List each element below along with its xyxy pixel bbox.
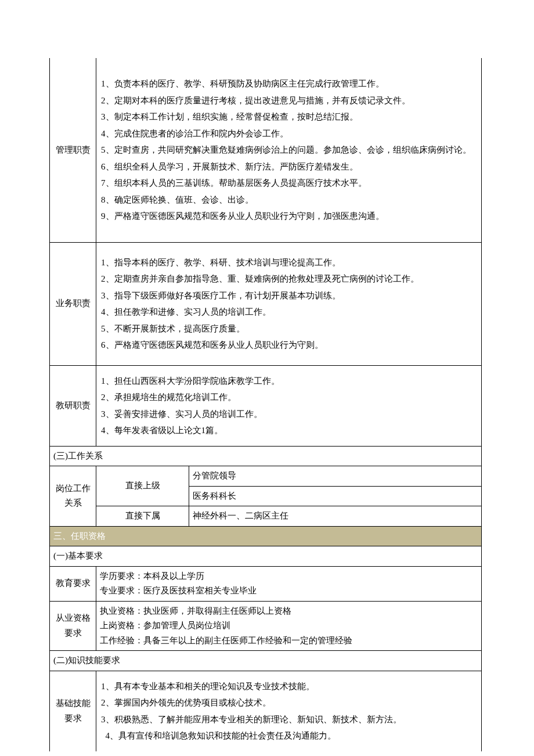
header-skill-req: (二)知识技能要求 bbox=[50, 651, 482, 671]
row-base-skill: 基础技能要求 1、具有本专业基本和相关的理论知识及专业技术技能。 2、掌握国内外… bbox=[50, 671, 482, 751]
label-edu-req: 教育要求 bbox=[50, 566, 96, 601]
mgmt-item: 6、组织全科人员学习，开展新技术、新疗法。严防医疗差错发生。 bbox=[101, 159, 477, 175]
label-biz-duties: 业务职责 bbox=[50, 242, 96, 365]
row-qual-req: 从业资格要求 执业资格：执业医师，并取得副主任医师以上资格 上岗资格：参加管理人… bbox=[50, 601, 482, 651]
biz-item: 3、指导下级医师做好各项医疗工作，有计划开展基本功训练。 bbox=[101, 287, 477, 304]
row-biz-duties: 业务职责 1、指导本科的医疗、教学、科研、技术培训与理论提高工作。 2、定期查房… bbox=[50, 242, 482, 365]
content-teach-duties: 1、担任山西医科大学汾阳学院临床教学工作。 2、承担规培生的规范化培训工作。 3… bbox=[96, 365, 482, 446]
teach-item: 4、每年发表省级以上论文1篇。 bbox=[101, 422, 477, 439]
label-qual-req: 从业资格要求 bbox=[50, 601, 96, 651]
label-direct-superior: 直接上级 bbox=[96, 466, 189, 506]
mgmt-item: 9、严格遵守医德医风规范和医务从业人员职业行为守则，加强医患沟通。 bbox=[101, 208, 477, 225]
value-subordinate: 神经外科一、二病区主任 bbox=[189, 506, 482, 527]
biz-item: 1、指导本科的医疗、教学、科研、技术培训与理论提高工作。 bbox=[101, 254, 477, 271]
label-work-rel: 岗位工作关系 bbox=[50, 466, 96, 527]
value-superior-1: 分管院领导 bbox=[189, 466, 482, 487]
row-mgmt-duties: 管理职责 1、负责本科的医疗、教学、科研预防及协助病区主任完成行政管理工作。 2… bbox=[50, 58, 482, 242]
mgmt-item: 8、确定医师轮换、值班、会诊、出诊。 bbox=[101, 192, 477, 208]
row-skill-header: (二)知识技能要求 bbox=[50, 651, 482, 671]
mgmt-item: 7、组织本科人员的三基训练。帮助基层医务人员提高医疗技术水平。 bbox=[101, 175, 477, 192]
label-teach-duties: 教研职责 bbox=[50, 365, 96, 446]
biz-item: 4、担任教学和进修、实习人员的培训工作。 bbox=[101, 304, 477, 321]
row-work-rel-sup1: 岗位工作关系 直接上级 分管院领导 bbox=[50, 466, 482, 487]
skill-item: 2、掌握国内外领先的优势项目或核心技术。 bbox=[101, 694, 477, 711]
value-superior-2: 医务科科长 bbox=[189, 486, 482, 506]
content-base-skill: 1、具有本专业基本和相关的理论知识及专业技术技能。 2、掌握国内外领先的优势项目… bbox=[96, 671, 482, 751]
teach-item: 2、承担规培生的规范化培训工作。 bbox=[101, 389, 477, 406]
skill-item: 4、具有宣传和培训急救知识和技能的社会责任及沟通能力。 bbox=[101, 728, 477, 744]
label-mgmt-duties: 管理职责 bbox=[50, 58, 96, 242]
biz-item: 5、不断开展新技术，提高医疗质量。 bbox=[101, 321, 477, 337]
label-direct-subordinate: 直接下属 bbox=[96, 506, 189, 527]
mgmt-item: 5、定时查房，共同研究解决重危疑难病例诊治上的问题。参加急诊、会诊，组织临床病例… bbox=[101, 142, 477, 159]
teach-item: 3、妥善安排进修、实习人员的培训工作。 bbox=[101, 406, 477, 423]
row-edu-req: 教育要求 学历要求：本科及以上学历 专业要求：医疗及医技科室相关专业毕业 bbox=[50, 566, 482, 601]
header-basic-req: (一)基本要求 bbox=[50, 546, 482, 567]
row-teach-duties: 教研职责 1、担任山西医科大学汾阳学院临床教学工作。 2、承担规培生的规范化培训… bbox=[50, 365, 482, 446]
row-work-rel-sub: 直接下属 神经外科一、二病区主任 bbox=[50, 506, 482, 527]
edu-line: 学历要求：本科及以上学历 bbox=[100, 569, 478, 584]
qual-line: 执业资格：执业医师，并取得副主任医师以上资格 bbox=[100, 604, 478, 619]
qual-line: 上岗资格：参加管理人员岗位培训 bbox=[100, 618, 478, 633]
row-basic-header: (一)基本要求 bbox=[50, 546, 482, 567]
mgmt-item: 1、负责本科的医疗、教学、科研预防及协助病区主任完成行政管理工作。 bbox=[101, 75, 477, 92]
skill-item: 3、积极熟悉、了解并能应用本专业相关的新理论、新知识、新技术、新方法。 bbox=[101, 711, 477, 728]
mgmt-item: 2、定期对本科的医疗质量进行考核，提出改进意见与措施，并有反馈记录文件。 bbox=[101, 92, 477, 109]
row-section3-header: 三、任职资格 bbox=[50, 526, 482, 546]
skill-item: 1、具有本专业基本和相关的理论知识及专业技术技能。 bbox=[101, 678, 477, 695]
content-edu-req: 学历要求：本科及以上学历 专业要求：医疗及医技科室相关专业毕业 bbox=[96, 566, 482, 601]
content-mgmt-duties: 1、负责本科的医疗、教学、科研预防及协助病区主任完成行政管理工作。 2、定期对本… bbox=[96, 58, 482, 242]
mgmt-item: 3、制定本科工作计划，组织实施，经常督促检查，按时总结汇报。 bbox=[101, 109, 477, 125]
content-biz-duties: 1、指导本科的医疗、教学、科研、技术培训与理论提高工作。 2、定期查房并亲自参加… bbox=[96, 242, 482, 365]
teach-item: 1、担任山西医科大学汾阳学院临床教学工作。 bbox=[101, 373, 477, 390]
content-qual-req: 执业资格：执业医师，并取得副主任医师以上资格 上岗资格：参加管理人员岗位培训 工… bbox=[96, 601, 482, 651]
biz-item: 2、定期查房并亲自参加指导急、重、疑难病例的抢救处理及死亡病例的讨论工作。 bbox=[101, 271, 477, 287]
label-base-skill: 基础技能要求 bbox=[50, 671, 96, 751]
biz-item: 6、严格遵守医德医风规范和医务从业人员职业行为守则。 bbox=[101, 337, 477, 354]
job-spec-table: 管理职责 1、负责本科的医疗、教学、科研预防及协助病区主任完成行政管理工作。 2… bbox=[49, 58, 482, 751]
mgmt-item: 4、完成住院患者的诊治工作和院内外会诊工作。 bbox=[101, 125, 477, 142]
header-work-rel: (三)工作关系 bbox=[50, 446, 482, 466]
qual-line: 工作经验：具备三年以上的副主任医师工作经验和一定的管理经验 bbox=[100, 633, 478, 649]
header-qualification: 三、任职资格 bbox=[50, 526, 482, 546]
row-work-rel-header: (三)工作关系 bbox=[50, 446, 482, 466]
edu-line: 专业要求：医疗及医技科室相关专业毕业 bbox=[100, 584, 478, 599]
